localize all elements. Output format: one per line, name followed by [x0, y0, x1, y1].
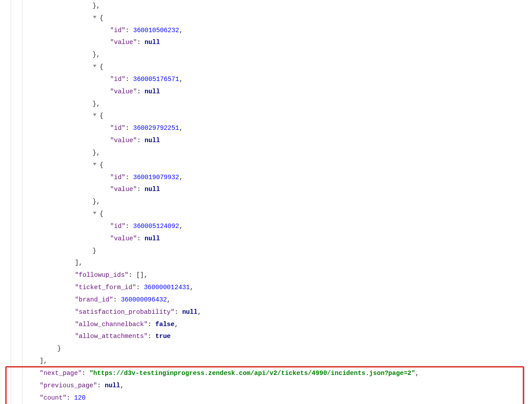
json-value: true	[155, 333, 171, 340]
json-key-previous-page: "previous_page"	[40, 382, 97, 389]
json-value-null: null	[144, 186, 160, 193]
json-key-id: "id"	[110, 27, 126, 34]
json-line: {	[13, 12, 532, 25]
json-key-id: "id"	[110, 76, 126, 83]
svg-marker-2	[93, 114, 96, 116]
json-value-count: 120	[74, 394, 85, 401]
json-key: "allow_attachments"	[75, 333, 148, 340]
svg-marker-4	[93, 212, 96, 214]
brace-open: {	[100, 162, 103, 169]
json-line: },	[13, 196, 532, 208]
json-line: "followup_ids": [],	[13, 269, 532, 282]
json-line: }	[13, 245, 532, 257]
json-key: "followup_ids"	[75, 272, 129, 279]
json-key-value: "value"	[110, 88, 137, 95]
json-line: "id": 360005176571,	[13, 73, 532, 86]
json-line: }	[13, 343, 532, 355]
json-key-id: "id"	[110, 125, 126, 132]
json-key-value: "value"	[110, 39, 137, 46]
json-key: "satisfaction_probability"	[75, 309, 174, 316]
brace-close: }	[92, 51, 96, 58]
json-line: "value": null	[13, 86, 532, 98]
collapse-toggle[interactable]	[92, 15, 97, 19]
brace-open: {	[100, 63, 103, 70]
json-value-id: 360010506232	[133, 27, 179, 34]
json-line: {	[13, 110, 532, 122]
json-value-null: null	[144, 39, 160, 46]
json-value-next-page: "https://d3v-testinginprogress.zendesk.c…	[89, 370, 415, 377]
svg-marker-3	[93, 163, 96, 165]
json-line: "next_page": "https://d3v-testinginprogr…	[13, 367, 532, 380]
brace-close: }	[92, 149, 96, 156]
json-line: },	[13, 147, 532, 159]
collapse-toggle[interactable]	[92, 64, 97, 68]
json-line: "allow_attachments": true	[13, 331, 532, 343]
json-key-value: "value"	[110, 137, 137, 144]
json-key-value: "value"	[110, 186, 137, 193]
brace-open: {	[100, 112, 103, 119]
json-key-id: "id"	[110, 174, 126, 181]
json-value: 360000012431	[144, 284, 190, 291]
json-line: "brand_id": 360000096432,	[13, 294, 532, 306]
json-value-previous-page: null	[105, 382, 120, 389]
brace-close: }	[92, 198, 96, 205]
svg-marker-1	[93, 65, 96, 67]
brace-close: }	[92, 100, 96, 107]
brace-close: }	[92, 2, 96, 9]
json-line: "id": 360029792251,	[13, 122, 532, 135]
json-line: {	[13, 208, 532, 220]
json-line: "id": 360010506232,	[13, 25, 532, 37]
json-line: {	[13, 61, 532, 73]
json-key: "brand_id"	[75, 296, 113, 303]
json-line: },	[13, 0, 532, 12]
json-value: null	[182, 309, 198, 316]
json-empty-array: []	[136, 272, 144, 279]
json-key: "allow_channelback"	[75, 321, 148, 328]
json-line: "value": null	[13, 233, 532, 245]
json-line: "value": null	[13, 135, 532, 147]
bracket-close: ]	[40, 357, 44, 364]
json-value-null: null	[144, 88, 160, 95]
json-key-next-page: "next_page"	[40, 370, 82, 377]
json-line: },	[13, 98, 532, 110]
json-value: false	[155, 321, 175, 328]
json-line: "value": null	[13, 184, 532, 196]
json-value-null: null	[144, 137, 160, 144]
json-line: "id": 360005124092,	[13, 220, 532, 233]
json-line: },	[13, 49, 532, 61]
collapse-toggle[interactable]	[92, 162, 97, 166]
json-line: "value": null	[13, 37, 532, 49]
json-value-id: 360029792251	[133, 125, 179, 132]
brace-close: }	[92, 247, 96, 254]
json-value: 360000096432	[121, 296, 166, 303]
json-viewer: },{"id": 360010506232,"value": null},{"i…	[0, 0, 532, 404]
json-line: ],	[13, 257, 532, 269]
brace-open: {	[100, 210, 103, 217]
json-value-id: 360019079932	[133, 174, 179, 181]
json-key: "ticket_form_id"	[75, 284, 136, 291]
json-key-value: "value"	[110, 235, 137, 242]
json-value-id: 360005176571	[133, 76, 179, 83]
bracket-close: ]	[75, 259, 79, 266]
json-line: "allow_channelback": false,	[13, 319, 532, 331]
json-value-id: 360005124092	[133, 223, 179, 230]
brace-open: {	[100, 15, 103, 22]
json-key-count: "count"	[40, 394, 66, 401]
json-line: "count": 120	[13, 392, 532, 404]
json-line: {	[13, 159, 532, 172]
json-line: "previous_page": null,	[13, 380, 532, 392]
json-code-block: },{"id": 360010506232,"value": null},{"i…	[13, 0, 532, 404]
json-line: "id": 360019079932,	[13, 172, 532, 184]
json-value-null: null	[144, 235, 160, 242]
json-line: ],	[13, 355, 532, 367]
collapse-toggle[interactable]	[92, 211, 97, 215]
svg-marker-0	[93, 16, 96, 18]
json-line: "satisfaction_probability": null,	[13, 306, 532, 319]
json-key-id: "id"	[110, 223, 126, 230]
brace-close: }	[57, 345, 61, 352]
collapse-toggle[interactable]	[92, 113, 97, 117]
json-line: "ticket_form_id": 360000012431,	[13, 282, 532, 294]
